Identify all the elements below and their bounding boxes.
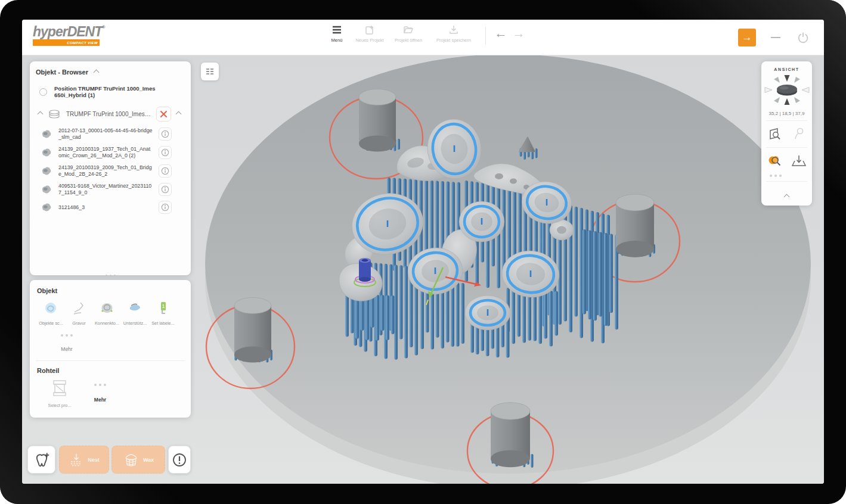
file-name: 24139_20100319_1937_Tech_01_Anatomic_Cro… xyxy=(58,146,153,160)
open-project-button[interactable]: Projekt öffnen xyxy=(389,24,428,43)
blank-more-button[interactable]: Mehr xyxy=(85,384,116,403)
nest-button-disabled: Nest xyxy=(59,446,109,474)
info-icon xyxy=(161,148,169,157)
file-list: 2012-07-13_00001-005-44-45-46-bridge_slm… xyxy=(36,125,185,216)
file-row[interactable]: 2012-07-13_00001-005-44-45-46-bridge_slm… xyxy=(36,125,185,144)
file-row[interactable]: 3121486_3 xyxy=(36,198,185,216)
machine-tree-item[interactable]: TRUMPF TruPrint 1000_Imes650i... xyxy=(38,107,185,122)
drop-to-plate-button[interactable] xyxy=(791,153,807,169)
minimize-button[interactable] xyxy=(769,29,782,46)
file-info-button[interactable] xyxy=(159,201,172,214)
tool-connector[interactable]: Konnenkto... xyxy=(93,300,121,326)
part-thumbnail-icon xyxy=(41,183,52,195)
object-panel-title: Objekt xyxy=(37,287,184,294)
object-more-button[interactable]: Mehr xyxy=(51,334,82,352)
object-browser-title: Objekt - Browser xyxy=(36,69,88,76)
file-info-button[interactable] xyxy=(159,164,172,178)
open-folder-icon xyxy=(403,24,414,35)
divider xyxy=(766,120,807,121)
file-name: 3121486_3 xyxy=(58,204,153,211)
tool-objects-scale[interactable]: Objekte sc... xyxy=(37,300,65,326)
logo-tagline: COMPACT VIEW xyxy=(67,41,98,45)
tool-engrave[interactable]: Gravur xyxy=(65,300,93,326)
add-object-button[interactable] xyxy=(27,446,55,474)
info-icon xyxy=(161,167,169,175)
blank-stock-icon xyxy=(51,379,69,398)
menu-button[interactable]: Menü xyxy=(323,24,351,43)
file-row[interactable]: 24139_20100319_2009_Tech_01_Bridge_Mod._… xyxy=(36,162,185,181)
collapse-machine-icon[interactable] xyxy=(38,111,44,117)
highlight-magnifier-icon xyxy=(767,154,783,168)
add-tooth-icon xyxy=(33,452,50,468)
save-project-button[interactable]: Projekt speichern xyxy=(428,24,479,43)
file-info-button[interactable] xyxy=(159,146,172,159)
power-icon xyxy=(797,31,810,44)
machine-item-label: TRUMPF TruPrint 1000_Imes650i... xyxy=(66,111,151,117)
object-browser-panel: Objekt - Browser Position TRUMPF TruPrin… xyxy=(30,61,191,275)
tool-supports[interactable]: Unterstütz... xyxy=(121,300,149,326)
exclamation-icon xyxy=(172,452,187,468)
panel-divider xyxy=(36,360,185,361)
divider xyxy=(766,181,807,182)
save-project-label: Projekt speichern xyxy=(436,38,471,43)
tool-label: Objekte sc... xyxy=(39,321,63,326)
top-toolbar: hyperDENT® COMPACT VIEW Menü Neues Proje xyxy=(22,20,824,55)
pin-view-button[interactable] xyxy=(791,126,807,142)
ellipsis-icon xyxy=(61,334,73,337)
file-row[interactable]: 24139_20100319_1937_Tech_01_Anatomic_Cro… xyxy=(36,144,185,162)
tool-set-label[interactable]: 1 Set labele... xyxy=(149,300,177,326)
remove-machine-button[interactable] xyxy=(156,107,171,122)
ellipsis-icon xyxy=(94,384,106,386)
select-blank-label: Select pro... xyxy=(48,403,72,408)
collapse-browser-icon[interactable] xyxy=(94,69,100,75)
collapse-view-panel-button[interactable] xyxy=(785,189,789,202)
zoom-to-region-button[interactable] xyxy=(767,126,783,142)
tool-label: Gravur xyxy=(72,321,85,326)
minimize-icon xyxy=(771,37,780,38)
file-info-button[interactable] xyxy=(159,183,172,196)
file-info-button[interactable] xyxy=(159,127,172,141)
new-project-button[interactable]: Neues Projekt xyxy=(351,24,389,43)
view-layout-button[interactable] xyxy=(201,63,219,80)
file-name: 409531-9168_Victor_Martinez_20231107_115… xyxy=(58,183,153,197)
chevron-up-icon xyxy=(784,194,790,200)
view-orientation-widget[interactable] xyxy=(764,71,810,108)
app-window: hyperDENT® COMPACT VIEW Menü Neues Proje xyxy=(22,20,824,484)
part-thumbnail-icon xyxy=(41,165,52,177)
registered-mark: ® xyxy=(102,25,104,29)
objects-scale-icon xyxy=(43,300,59,316)
app-logo: hyperDENT® COMPACT VIEW xyxy=(33,25,100,46)
file-row[interactable]: 409531-9168_Victor_Martinez_20231107_115… xyxy=(36,181,185,199)
basket-icon xyxy=(123,452,140,468)
export-button[interactable]: → xyxy=(738,29,756,46)
inspect-areas-button[interactable] xyxy=(767,153,783,169)
logo-bar: COMPACT VIEW xyxy=(33,39,100,46)
nest-label: Nest xyxy=(88,457,100,463)
object-tools-row: Objekte sc... Gravur Konnenkto... xyxy=(37,300,184,326)
panel-resize-handle[interactable] xyxy=(94,275,127,276)
select-blank-button[interactable]: Select pro... xyxy=(43,379,76,408)
position-tree-item[interactable]: Position TRUMPF TruPrint 1000_Imes 650i_… xyxy=(39,85,185,98)
divider xyxy=(766,147,807,148)
warnings-button[interactable] xyxy=(168,446,191,474)
object-tools-panel: Objekt Objekte sc... Gravur xyxy=(30,280,191,418)
part-thumbnail-icon xyxy=(41,128,52,140)
file-name: 24139_20100319_2009_Tech_01_Bridge_Mod._… xyxy=(58,164,153,178)
wax-label: Wax xyxy=(143,457,154,463)
power-button[interactable] xyxy=(795,29,811,46)
collapse-files-icon[interactable] xyxy=(176,111,182,117)
hamburger-icon xyxy=(331,24,342,35)
redo-forward-button[interactable]: → xyxy=(510,26,528,41)
info-icon xyxy=(161,203,169,211)
info-icon xyxy=(161,130,169,138)
undo-back-button[interactable]: ← xyxy=(492,26,510,41)
svg-text:1: 1 xyxy=(162,303,165,309)
view-more-button[interactable] xyxy=(770,175,782,177)
connector-icon xyxy=(99,300,115,316)
new-file-icon xyxy=(364,24,375,35)
set-label-icon: 1 xyxy=(155,300,171,316)
pin-icon xyxy=(792,127,805,141)
implant-pin xyxy=(359,260,371,279)
logo-text: hyperDENT® xyxy=(33,25,100,39)
object-more-label: Mehr xyxy=(61,346,72,352)
